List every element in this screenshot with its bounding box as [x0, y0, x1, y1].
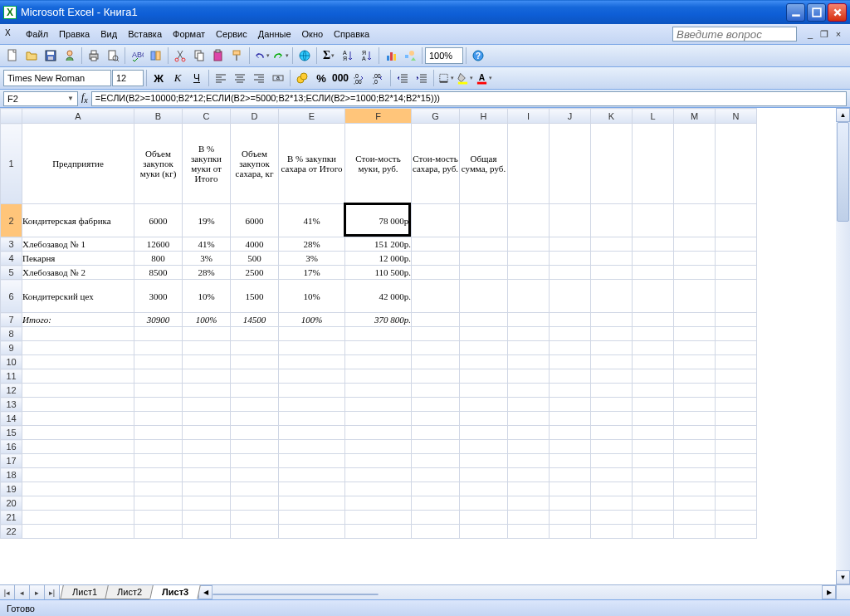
cell-L17[interactable] [633, 454, 674, 468]
cell-B5[interactable]: 8500 [134, 266, 183, 280]
col-header-N[interactable]: N [716, 109, 757, 124]
align-left-icon[interactable] [212, 69, 230, 87]
cell-G14[interactable] [412, 412, 460, 426]
row-header-3[interactable]: 3 [1, 237, 22, 252]
cell-M22[interactable] [674, 525, 716, 539]
cell-A1[interactable]: Предприятие [22, 124, 134, 204]
help-search-input[interactable] [672, 27, 797, 42]
cell-K15[interactable] [591, 426, 633, 440]
cell-K18[interactable] [591, 468, 633, 482]
cell-H7[interactable] [460, 313, 508, 327]
cell-L14[interactable] [633, 412, 674, 426]
row-header-14[interactable]: 14 [1, 412, 22, 426]
cell-N2[interactable] [716, 204, 757, 237]
cell-M3[interactable] [674, 237, 716, 252]
cell-A16[interactable] [22, 440, 134, 454]
cell-D16[interactable] [231, 440, 279, 454]
cell-B22[interactable] [134, 525, 183, 539]
cell-I5[interactable] [508, 266, 550, 280]
cell-H8[interactable] [460, 327, 508, 341]
row-header-21[interactable]: 21 [1, 511, 22, 525]
cell-L7[interactable] [633, 313, 674, 327]
redo-icon[interactable] [271, 46, 290, 65]
cell-C4[interactable]: 3% [183, 252, 231, 266]
cell-G7[interactable] [412, 313, 460, 327]
cell-M18[interactable] [674, 468, 716, 482]
cell-J1[interactable] [550, 124, 591, 204]
sheet-nav-prev[interactable]: ◂ [15, 585, 30, 599]
cell-I2[interactable] [508, 204, 550, 237]
cell-H16[interactable] [460, 440, 508, 454]
cell-N6[interactable] [716, 280, 757, 313]
print-preview-icon[interactable] [104, 46, 122, 65]
copy-icon[interactable] [190, 46, 208, 65]
cell-G19[interactable] [412, 482, 460, 496]
cell-D22[interactable] [231, 525, 279, 539]
row-header-7[interactable]: 7 [1, 313, 22, 327]
cell-G1[interactable]: Стои-мость сахара, руб. [412, 124, 460, 204]
cell-D14[interactable] [231, 412, 279, 426]
cell-D6[interactable]: 1500 [231, 280, 279, 313]
cell-B10[interactable] [134, 355, 183, 369]
cell-G8[interactable] [412, 327, 460, 341]
menu-tools[interactable]: Сервис [211, 27, 252, 41]
cell-A15[interactable] [22, 426, 134, 440]
cell-I20[interactable] [508, 496, 550, 511]
col-header-D[interactable]: D [231, 109, 279, 124]
cell-F22[interactable] [345, 525, 412, 539]
cell-J17[interactable] [550, 454, 591, 468]
scroll-left-button[interactable]: ◀ [198, 585, 212, 599]
menu-insert[interactable]: Вставка [123, 27, 167, 41]
cell-I16[interactable] [508, 440, 550, 454]
cell-B7[interactable]: 30900 [134, 313, 183, 327]
cell-J14[interactable] [550, 412, 591, 426]
cell-G10[interactable] [412, 355, 460, 369]
font-name-select[interactable] [3, 70, 111, 86]
cell-D12[interactable] [231, 384, 279, 398]
cell-L22[interactable] [633, 525, 674, 539]
cell-F6[interactable]: 42 000р. [345, 280, 412, 313]
cell-M5[interactable] [674, 266, 716, 280]
cell-G3[interactable] [412, 237, 460, 252]
cell-C17[interactable] [183, 454, 231, 468]
cell-K4[interactable] [591, 252, 633, 266]
cell-E13[interactable] [279, 398, 345, 412]
cell-D17[interactable] [231, 454, 279, 468]
cell-D21[interactable] [231, 511, 279, 525]
cell-D20[interactable] [231, 496, 279, 511]
col-header-E[interactable]: E [279, 109, 345, 124]
cell-B3[interactable]: 12600 [134, 237, 183, 252]
cell-C20[interactable] [183, 496, 231, 511]
cell-I14[interactable] [508, 412, 550, 426]
cell-J11[interactable] [550, 369, 591, 384]
drawing-icon[interactable] [401, 46, 419, 65]
row-header-17[interactable]: 17 [1, 454, 22, 468]
cell-G13[interactable] [412, 398, 460, 412]
menu-data[interactable]: Данные [253, 27, 296, 41]
cell-B13[interactable] [134, 398, 183, 412]
cell-N8[interactable] [716, 327, 757, 341]
row-header-11[interactable]: 11 [1, 369, 22, 384]
col-header-G[interactable]: G [412, 109, 460, 124]
cell-N3[interactable] [716, 237, 757, 252]
col-header-K[interactable]: K [591, 109, 633, 124]
cell-L2[interactable] [633, 204, 674, 237]
cell-E15[interactable] [279, 426, 345, 440]
menu-file[interactable]: Файл [21, 27, 53, 41]
cell-F4[interactable]: 12 000р. [345, 252, 412, 266]
cell-M12[interactable] [674, 384, 716, 398]
col-header-L[interactable]: L [633, 109, 674, 124]
cell-I18[interactable] [508, 468, 550, 482]
cell-G21[interactable] [412, 511, 460, 525]
cell-L10[interactable] [633, 355, 674, 369]
cell-H13[interactable] [460, 398, 508, 412]
cell-F8[interactable] [345, 327, 412, 341]
cell-C7[interactable]: 100% [183, 313, 231, 327]
cell-N19[interactable] [716, 482, 757, 496]
cell-H1[interactable]: Общая сумма, руб. [460, 124, 508, 204]
col-header-A[interactable]: A [22, 109, 134, 124]
cell-N4[interactable] [716, 252, 757, 266]
sheet-tab-2[interactable]: Лист2 [105, 585, 154, 599]
col-header-M[interactable]: M [674, 109, 716, 124]
cell-N17[interactable] [716, 454, 757, 468]
